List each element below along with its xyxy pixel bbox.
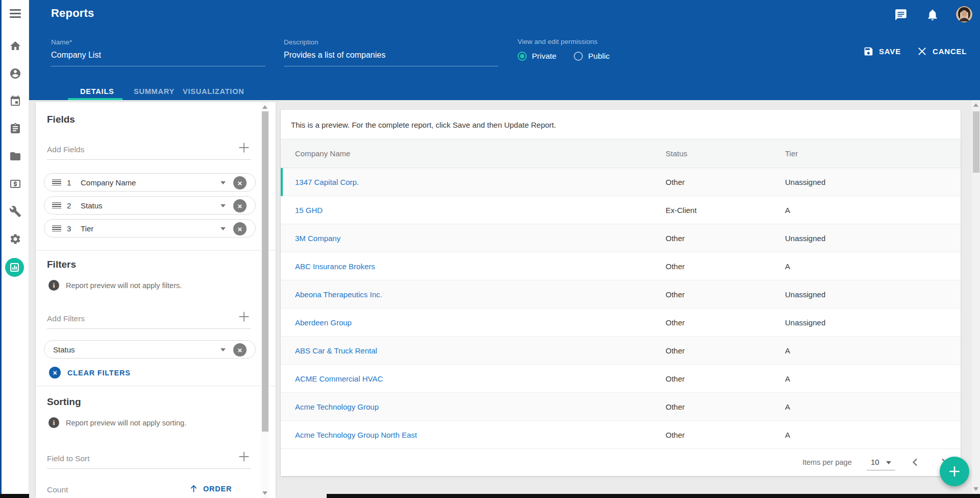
drag-handle-icon[interactable] bbox=[52, 225, 61, 232]
company-link[interactable]: Acme Technology Group bbox=[295, 402, 379, 411]
company-tier: A bbox=[785, 346, 790, 355]
company-tier: A bbox=[785, 431, 790, 439]
description-input[interactable]: Provides a list of companies bbox=[284, 51, 498, 60]
company-link[interactable]: 1347 Capital Corp. bbox=[295, 178, 359, 186]
arrow-up-icon bbox=[189, 484, 199, 493]
remove-icon[interactable]: × bbox=[233, 343, 247, 357]
add-fab-button[interactable] bbox=[940, 457, 969, 486]
column-company-name[interactable]: Company Name bbox=[295, 149, 350, 158]
company-link[interactable]: 3M Company bbox=[295, 234, 340, 243]
company-tier: A bbox=[785, 374, 790, 383]
add-filters-underline bbox=[47, 328, 251, 329]
field-label: Status bbox=[53, 345, 75, 354]
company-link[interactable]: 15 GHD bbox=[295, 206, 323, 215]
scrollbar-thumb[interactable] bbox=[262, 111, 268, 432]
panel-scrollbar[interactable] bbox=[261, 102, 269, 498]
notifications-icon[interactable] bbox=[926, 8, 939, 21]
table-row: 3M Company Other Unassigned bbox=[281, 224, 961, 252]
user-avatar[interactable] bbox=[956, 6, 972, 22]
chevron-down-icon[interactable] bbox=[220, 348, 226, 351]
plus-icon bbox=[948, 465, 961, 478]
tools-icon[interactable] bbox=[9, 205, 21, 218]
table-row: Acme Technology Group North East Other A bbox=[281, 421, 961, 449]
public-radio[interactable] bbox=[574, 52, 583, 61]
clear-icon: × bbox=[49, 367, 61, 378]
home-icon[interactable] bbox=[9, 40, 21, 52]
company-link[interactable]: ABS Car & Truck Rental bbox=[295, 346, 377, 355]
chevron-down-icon[interactable] bbox=[220, 181, 226, 184]
field-to-sort-plus-icon[interactable] bbox=[237, 450, 251, 463]
page-scrollbar[interactable] bbox=[972, 100, 980, 498]
company-link[interactable]: ACME Commercial HVAC bbox=[295, 374, 383, 383]
section-divider bbox=[36, 250, 276, 251]
add-filters-plus-icon[interactable] bbox=[237, 310, 251, 323]
field-chip[interactable]: 3 Tier × bbox=[44, 219, 256, 238]
remove-icon[interactable]: × bbox=[233, 222, 247, 235]
table-header: Company Name Status Tier bbox=[281, 139, 961, 168]
company-link[interactable]: ABC Insurance Brokers bbox=[295, 262, 375, 271]
field-chip[interactable]: 2 Status × bbox=[44, 196, 256, 215]
add-fields-plus-icon[interactable] bbox=[237, 141, 251, 154]
field-chip[interactable]: Status × bbox=[44, 340, 256, 359]
scroll-down-icon[interactable] bbox=[262, 491, 267, 495]
clear-filters-button[interactable]: × CLEAR FILTERS bbox=[49, 367, 131, 378]
scroll-down-icon[interactable] bbox=[973, 487, 978, 491]
drag-handle-icon[interactable] bbox=[52, 179, 61, 186]
filter-chip-list: Status × bbox=[44, 340, 256, 363]
settings-icon[interactable] bbox=[9, 233, 21, 245]
calendar-icon[interactable] bbox=[9, 95, 21, 107]
company-status: Other bbox=[666, 346, 685, 355]
company-link[interactable]: Acme Technology Group North East bbox=[295, 431, 417, 439]
company-link[interactable]: Abeona Therapeutics Inc. bbox=[295, 290, 382, 299]
tab-summary[interactable]: SUMMARY bbox=[134, 87, 175, 96]
field-label: Status bbox=[81, 201, 103, 210]
add-fields-underline bbox=[47, 159, 251, 160]
remove-icon[interactable]: × bbox=[233, 199, 247, 212]
column-tier[interactable]: Tier bbox=[785, 149, 798, 158]
filters-heading: Filters bbox=[47, 259, 76, 270]
chat-icon[interactable] bbox=[894, 8, 908, 21]
table-body: 1347 Capital Corp. Other Unassigned 15 G… bbox=[281, 168, 961, 449]
save-label: SAVE bbox=[879, 47, 901, 56]
billing-icon[interactable] bbox=[9, 178, 21, 190]
tasks-icon[interactable] bbox=[9, 123, 21, 135]
account-icon[interactable] bbox=[9, 67, 21, 80]
header: Reports Name* Company List Description P… bbox=[29, 0, 980, 100]
description-label: Description bbox=[284, 38, 498, 46]
chevron-down-icon[interactable] bbox=[886, 461, 891, 464]
previous-page-button[interactable] bbox=[908, 455, 922, 469]
name-label: Name* bbox=[51, 38, 265, 46]
drag-handle-icon[interactable] bbox=[52, 202, 61, 209]
name-input[interactable]: Company List bbox=[51, 51, 265, 60]
page-size-select[interactable]: 10 bbox=[871, 458, 879, 466]
section-divider bbox=[36, 386, 276, 386]
scroll-up-icon[interactable] bbox=[262, 105, 267, 109]
chevron-down-icon[interactable] bbox=[220, 227, 226, 230]
add-filters-label: Add Filters bbox=[47, 314, 85, 323]
scrollbar-thumb[interactable] bbox=[973, 111, 979, 173]
active-tab-indicator bbox=[68, 98, 122, 100]
field-order: 2 bbox=[67, 201, 73, 210]
company-status: Other bbox=[666, 290, 685, 299]
field-to-sort-underline bbox=[47, 468, 251, 469]
items-per-page-label: Items per page bbox=[802, 458, 852, 466]
tab-details[interactable]: DETAILS bbox=[80, 87, 114, 96]
scroll-up-icon[interactable] bbox=[973, 103, 978, 107]
folder-icon[interactable] bbox=[9, 150, 21, 162]
private-radio[interactable] bbox=[518, 52, 527, 61]
company-tier: A bbox=[785, 206, 790, 215]
remove-icon[interactable]: × bbox=[233, 176, 247, 189]
menu-icon[interactable] bbox=[10, 9, 21, 18]
tab-visualization[interactable]: VISUALIZATION bbox=[183, 87, 244, 96]
cancel-button[interactable]: CANCEL bbox=[917, 46, 967, 57]
save-button[interactable]: SAVE bbox=[863, 46, 901, 57]
reports-icon[interactable] bbox=[5, 258, 24, 277]
field-chip[interactable]: 1 Company Name × bbox=[44, 173, 256, 192]
chevron-down-icon[interactable] bbox=[220, 204, 226, 207]
table-row: 15 GHD Ex-Client A bbox=[281, 196, 961, 224]
company-link[interactable]: Aberdeen Group bbox=[295, 318, 352, 327]
column-status[interactable]: Status bbox=[666, 149, 688, 158]
report-preview-card: This is a preview. For the complete repo… bbox=[281, 110, 961, 476]
order-button[interactable]: ORDER bbox=[189, 484, 232, 493]
table-row: Abeona Therapeutics Inc. Other Unassigne… bbox=[281, 280, 961, 309]
